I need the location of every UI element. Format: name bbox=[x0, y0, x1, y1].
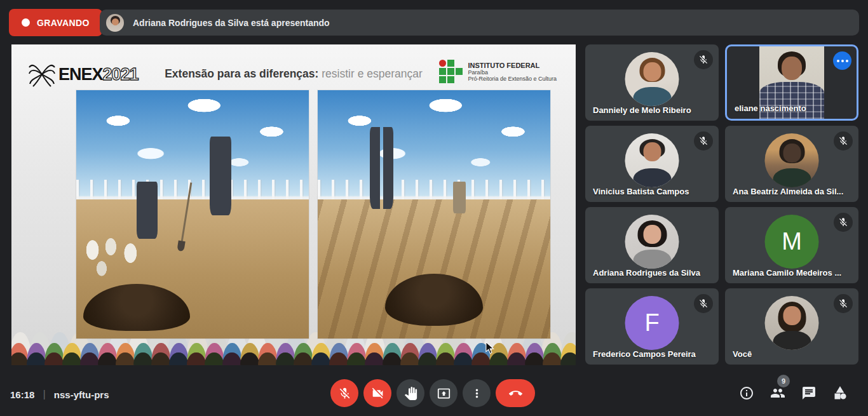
participant-name: eliane nascimento bbox=[735, 104, 851, 113]
avatar bbox=[625, 133, 679, 187]
mic-off-icon bbox=[834, 294, 853, 313]
if-logo-grid-icon bbox=[439, 60, 463, 83]
clock-time: 16:18 bbox=[10, 389, 34, 400]
mic-off-icon bbox=[694, 294, 713, 313]
end-call-icon bbox=[509, 387, 522, 400]
end-call-button[interactable] bbox=[496, 379, 535, 407]
avatar-initial: F bbox=[625, 296, 679, 350]
tile-danniely[interactable]: Danniely de Melo Ribeiro bbox=[585, 44, 719, 121]
tile-vinicius[interactable]: Vinicius Batista Campos bbox=[585, 126, 719, 202]
avatar bbox=[625, 215, 679, 269]
call-controls bbox=[330, 379, 535, 407]
participant-grid: Danniely de Melo Ribeiro eliane nascimen… bbox=[585, 44, 858, 365]
if-logo-line3: Pró-Reitoria de Extensão e Cultura bbox=[468, 76, 557, 82]
tile-ana-beatriz[interactable]: Ana Beatriz Almeida da Sil... bbox=[725, 126, 858, 202]
tile-adriana[interactable]: Adriana Rodrigues da Silva bbox=[585, 207, 719, 283]
if-logo-line1: INSTITUTO FEDERAL bbox=[468, 62, 557, 69]
mic-off-icon bbox=[834, 213, 853, 232]
recording-label: GRAVANDO bbox=[37, 18, 90, 28]
tile-voce[interactable]: Você bbox=[725, 288, 858, 365]
presenter-avatar bbox=[106, 14, 124, 32]
meeting-panels: 9 bbox=[734, 380, 853, 406]
slide-photo-right bbox=[318, 90, 550, 339]
enex-name: ENEX bbox=[58, 65, 103, 84]
presenter-banner: Adriana Rodrigues da Silva está apresent… bbox=[100, 10, 859, 36]
tile-mariana[interactable]: M Mariana Camilo Medeiros ... bbox=[725, 207, 858, 283]
divider: | bbox=[43, 388, 45, 401]
participant-name: Ana Beatriz Almeida da Sil... bbox=[733, 187, 853, 196]
participant-name: Você bbox=[733, 349, 853, 359]
present-screen-button[interactable] bbox=[430, 379, 458, 407]
participant-name: Adriana Rodrigues da Silva bbox=[593, 268, 714, 278]
activities-icon bbox=[832, 386, 848, 401]
raise-hand-icon bbox=[404, 387, 417, 400]
tile-options-button[interactable] bbox=[833, 51, 851, 70]
participant-name: Mariana Camilo Medeiros ... bbox=[733, 268, 853, 278]
mic-off-button[interactable] bbox=[330, 379, 358, 407]
if-logo-line2: Paraíba bbox=[468, 69, 557, 76]
slide-title-bold: Extensão para as diferenças: bbox=[165, 67, 318, 80]
present-screen-icon bbox=[437, 387, 451, 400]
more-options-button[interactable] bbox=[463, 379, 491, 407]
mouse-cursor bbox=[485, 342, 495, 354]
info-button[interactable] bbox=[734, 380, 759, 406]
mic-off-icon bbox=[694, 50, 713, 69]
mic-off-icon bbox=[834, 131, 853, 151]
people-button[interactable]: 9 bbox=[765, 380, 790, 406]
shared-screen-presentation: ENEX2021 Extensão para as diferenças: re… bbox=[11, 44, 576, 365]
recording-dot-icon bbox=[22, 18, 30, 27]
recording-badge: GRAVANDO bbox=[9, 9, 102, 36]
meeting-code: nss-yftu-prs bbox=[54, 389, 109, 400]
mic-off-icon bbox=[694, 131, 713, 151]
participant-name: Vinicius Batista Campos bbox=[593, 187, 714, 196]
presenter-text: Adriana Rodrigues da Silva está apresent… bbox=[133, 18, 330, 28]
people-count-badge: 9 bbox=[777, 375, 790, 387]
more-options-icon bbox=[470, 387, 484, 400]
mic-off-icon bbox=[338, 387, 351, 400]
meeting-info: 16:18 | nss-yftu-prs bbox=[10, 388, 109, 401]
participant-name: Frederico Campos Pereira bbox=[593, 349, 714, 359]
camera-off-button[interactable] bbox=[363, 379, 391, 407]
chat-button[interactable] bbox=[796, 380, 822, 406]
chat-icon bbox=[801, 386, 817, 401]
enex-year: 2021 bbox=[103, 65, 139, 84]
camera-off-icon bbox=[371, 387, 384, 400]
participant-name: Danniely de Melo Ribeiro bbox=[593, 105, 714, 115]
raise-hand-button[interactable] bbox=[397, 379, 424, 407]
avatar-initial: M bbox=[765, 215, 819, 269]
tile-frederico[interactable]: F Frederico Campos Pereira bbox=[585, 288, 719, 365]
more-options-icon bbox=[841, 60, 844, 62]
avatar bbox=[765, 296, 819, 350]
slide-title-light: resistir e esperançar bbox=[318, 67, 422, 80]
avatar bbox=[765, 133, 819, 187]
people-icon bbox=[770, 386, 785, 401]
slide-photo-left bbox=[76, 90, 309, 339]
activities-button[interactable] bbox=[827, 380, 853, 406]
avatar bbox=[625, 52, 679, 106]
info-icon bbox=[739, 386, 754, 401]
tile-eliane[interactable]: eliane nascimento bbox=[725, 44, 858, 121]
instituto-federal-logo: INSTITUTO FEDERAL Paraíba Pró-Reitoria d… bbox=[439, 60, 557, 83]
